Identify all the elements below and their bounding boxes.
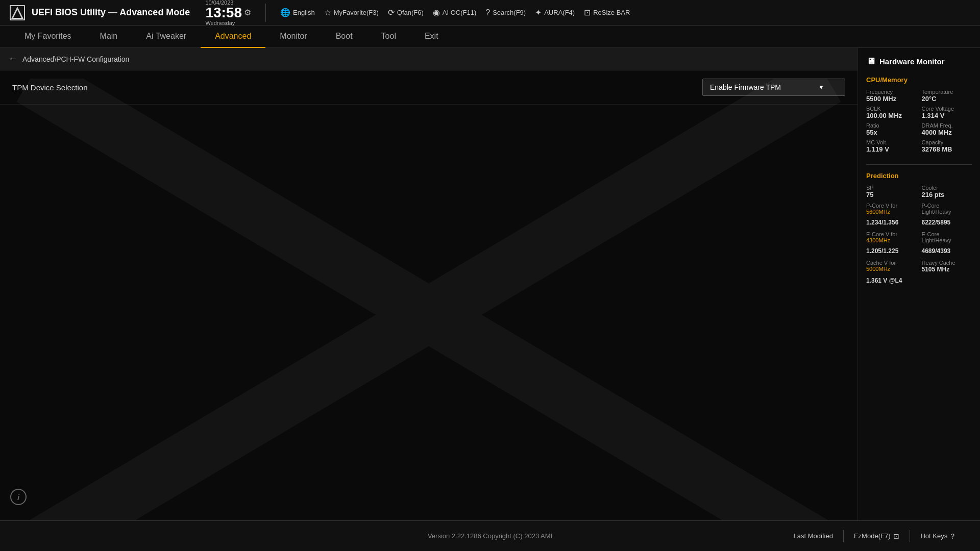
nav-item-boot[interactable]: Boot bbox=[322, 26, 367, 48]
ecore-ratio: 4689/4393 bbox=[922, 247, 972, 255]
cooler-value: 216 pts bbox=[922, 191, 972, 198]
right-panel: 🖥 Hardware Monitor CPU/Memory Frequency … bbox=[857, 48, 980, 520]
breadcrumb-text: Advanced\PCH-FW Configuration bbox=[22, 55, 129, 63]
ecore-voltage: 1.205/1.225 bbox=[866, 247, 917, 255]
stat-mc-volt: MC Volt. 1.119 V bbox=[866, 139, 917, 153]
time-display: 13:58 bbox=[205, 6, 242, 20]
nav-item-advanced[interactable]: Advanced bbox=[201, 26, 265, 48]
svg-line-5 bbox=[31, 79, 827, 520]
hw-monitor-title: Hardware Monitor bbox=[879, 57, 945, 66]
monitor-icon: 🖥 bbox=[866, 56, 875, 67]
aura-label: AURA(F4) bbox=[544, 9, 575, 16]
footer: Version 2.22.1286 Copyright (C) 2023 AMI… bbox=[0, 520, 980, 551]
toolbar-language[interactable]: 🌐 English bbox=[280, 8, 315, 17]
stat-ecore-right: E-Core Light/Heavy bbox=[922, 231, 972, 243]
cache-right-label: Heavy Cache bbox=[922, 260, 972, 266]
last-modified-button[interactable]: Last Modified bbox=[783, 528, 843, 544]
toolbar-myfavorite[interactable]: ☆ MyFavorite(F3) bbox=[324, 8, 379, 17]
aioc-icon: ◉ bbox=[433, 8, 440, 17]
breadcrumb-bar: ← Advanced\PCH-FW Configuration bbox=[0, 48, 857, 70]
ratio-value: 55x bbox=[866, 129, 917, 136]
capacity-label: Capacity bbox=[922, 139, 972, 145]
nav-item-exit[interactable]: Exit bbox=[410, 26, 453, 48]
cache-row: Cache V for 5000MHz Heavy Cache 5105 MHz bbox=[866, 260, 972, 273]
stat-sp: SP 75 bbox=[866, 185, 917, 198]
frequency-label: Frequency bbox=[866, 89, 917, 95]
language-label: English bbox=[293, 9, 315, 16]
header-bar: UEFI BIOS Utility — Advanced Mode 10/04/… bbox=[0, 0, 980, 26]
logo-area: UEFI BIOS Utility — Advanced Mode bbox=[8, 4, 190, 22]
tpm-device-label: TPM Device Selection bbox=[12, 83, 88, 92]
toolbar-resizebar[interactable]: ⊡ ReSize BAR bbox=[584, 8, 630, 17]
resizebar-icon: ⊡ bbox=[584, 8, 591, 17]
ezmode-icon: ⊡ bbox=[893, 532, 899, 540]
ecore-label: E-Core V for bbox=[866, 231, 917, 237]
pcore-values-row: 1.234/1.356 6222/5895 bbox=[866, 219, 972, 226]
sp-cooler-row: SP 75 Cooler 216 pts bbox=[866, 185, 972, 198]
toolbar-qfan[interactable]: ⟳ Qfan(F6) bbox=[388, 8, 424, 17]
cache-right-value: 5105 MHz bbox=[922, 266, 972, 273]
content-wrapper: ← Advanced\PCH-FW Configuration TPM Devi… bbox=[0, 48, 980, 520]
dram-freq-label: DRAM Freq. bbox=[922, 122, 972, 129]
nav-item-ai-tweaker[interactable]: Ai Tweaker bbox=[132, 26, 201, 48]
cooler-label: Cooler bbox=[922, 185, 972, 191]
stat-cache-right: Heavy Cache 5105 MHz bbox=[922, 260, 972, 273]
panel-divider bbox=[866, 164, 972, 165]
asus-logo-icon bbox=[8, 4, 27, 22]
stat-bclk: BCLK 100.00 MHz bbox=[866, 106, 917, 119]
mc-volt-value: 1.119 V bbox=[866, 145, 917, 153]
temperature-value: 20°C bbox=[922, 95, 972, 103]
last-modified-label: Last Modified bbox=[794, 532, 833, 540]
settings-gear-icon[interactable]: ⚙ bbox=[244, 8, 251, 17]
frequency-value: 5500 MHz bbox=[866, 95, 917, 103]
bclk-value: 100.00 MHz bbox=[866, 112, 917, 119]
bclk-label: BCLK bbox=[866, 106, 917, 112]
capacity-value: 32768 MB bbox=[922, 145, 972, 153]
qfan-icon: ⟳ bbox=[388, 8, 395, 17]
myfavorite-icon: ☆ bbox=[324, 8, 331, 17]
ecore-freq: 4300MHz bbox=[866, 237, 917, 243]
stat-ratio: Ratio 55x bbox=[866, 122, 917, 136]
nav-item-monitor[interactable]: Monitor bbox=[265, 26, 321, 48]
background-decoration bbox=[0, 79, 857, 520]
hotkeys-label: Hot Keys bbox=[920, 532, 947, 540]
stat-dram-freq: DRAM Freq. 4000 MHz bbox=[922, 122, 972, 136]
footer-version: Version 2.22.1286 Copyright (C) 2023 AMI bbox=[428, 532, 552, 540]
cache-voltage: 1.361 V @L4 bbox=[866, 277, 917, 284]
hotkeys-icon: ? bbox=[950, 532, 954, 540]
tpm-dropdown[interactable]: Enable Firmware TPM ▼ bbox=[702, 79, 845, 96]
back-button[interactable]: ← bbox=[8, 54, 17, 64]
prediction-section-title: Prediction bbox=[866, 172, 972, 180]
ecore-right-label: E-Core bbox=[922, 231, 972, 237]
main-content: ← Advanced\PCH-FW Configuration TPM Devi… bbox=[0, 48, 857, 520]
pcore-row: P-Core V for 5600MHz P-Core Light/Heavy bbox=[866, 203, 972, 215]
nav-item-tool[interactable]: Tool bbox=[367, 26, 410, 48]
hotkeys-button[interactable]: Hot Keys ? bbox=[910, 528, 965, 544]
core-voltage-value: 1.314 V bbox=[922, 112, 972, 119]
app-title: UEFI BIOS Utility — Advanced Mode bbox=[32, 7, 190, 18]
language-icon: 🌐 bbox=[280, 8, 290, 17]
datetime-area: 10/04/2023 13:58 ⚙ Wednesday bbox=[205, 0, 251, 26]
toolbar-aura[interactable]: ✦ AURA(F4) bbox=[535, 8, 575, 17]
ecore-row: E-Core V for 4300MHz E-Core Light/Heavy bbox=[866, 231, 972, 243]
cache-freq: 5000MHz bbox=[866, 266, 917, 272]
toolbar-aioc[interactable]: ◉ AI OC(F11) bbox=[433, 8, 476, 17]
ratio-label: Ratio bbox=[866, 122, 917, 129]
toolbar-search[interactable]: ? Search(F9) bbox=[485, 8, 526, 17]
nav-item-main[interactable]: Main bbox=[86, 26, 132, 48]
stat-cooler: Cooler 216 pts bbox=[922, 185, 972, 198]
info-icon: i bbox=[17, 493, 19, 502]
stat-temperature: Temperature 20°C bbox=[922, 89, 972, 103]
ezmode-button[interactable]: EzMode(F7) ⊡ bbox=[844, 528, 910, 544]
navbar: My Favorites Main Ai Tweaker Advanced Mo… bbox=[0, 26, 980, 48]
info-button[interactable]: i bbox=[10, 489, 27, 505]
pcore-freq: 5600MHz bbox=[866, 209, 917, 215]
myfavorite-label: MyFavorite(F3) bbox=[334, 9, 379, 16]
stat-ecore-left: E-Core V for 4300MHz bbox=[866, 231, 917, 243]
toolbar: 🌐 English ☆ MyFavorite(F3) ⟳ Qfan(F6) ◉ … bbox=[280, 8, 972, 17]
aioc-label: AI OC(F11) bbox=[443, 9, 476, 16]
stat-cache-left: Cache V for 5000MHz bbox=[866, 260, 917, 273]
core-voltage-label: Core Voltage bbox=[922, 106, 972, 112]
pcore-ratio: 6222/5895 bbox=[922, 219, 972, 226]
nav-item-my-favorites[interactable]: My Favorites bbox=[10, 26, 86, 48]
